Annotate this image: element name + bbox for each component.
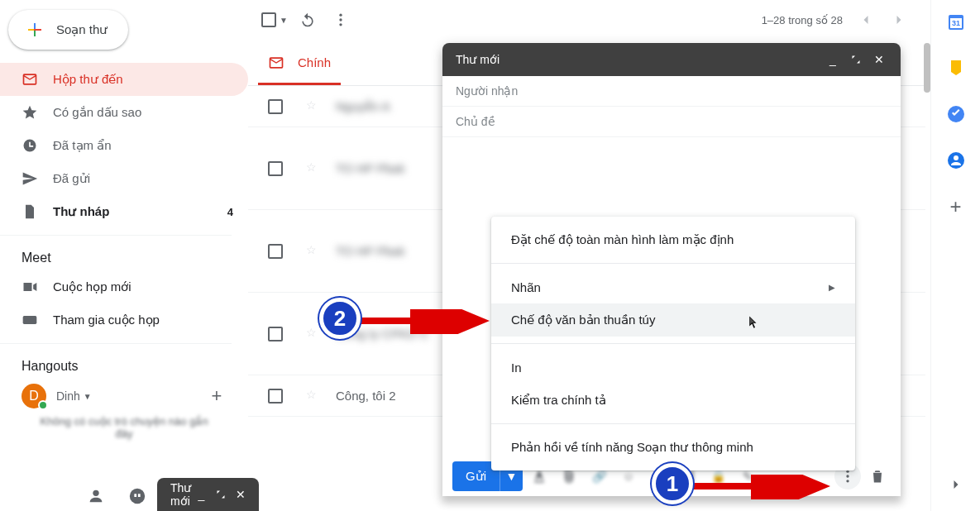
- compose-more-menu: Đặt chế độ toàn màn hình làm mặc định Nh…: [491, 217, 855, 470]
- menu-fullscreen-default[interactable]: Đặt chế độ toàn màn hình làm mặc định: [491, 223, 855, 256]
- nav-drafts[interactable]: Thư nháp 4: [0, 195, 248, 228]
- addons-button[interactable]: +: [944, 195, 968, 218]
- svg-point-9: [846, 480, 849, 482]
- nav-count: 4: [227, 206, 233, 218]
- menu-label[interactable]: Nhãn▶: [491, 270, 855, 303]
- cursor-icon: [745, 313, 760, 332]
- nav-label: Hộp thư đến: [53, 72, 233, 87]
- hangouts-user[interactable]: D Dinh ▼ +: [22, 384, 227, 408]
- compose-title: Thư mới: [456, 53, 821, 66]
- svg-point-15: [954, 155, 958, 160]
- star-icon[interactable]: ☆: [306, 326, 323, 342]
- row-checkbox[interactable]: [268, 99, 283, 114]
- svg-point-8: [846, 475, 849, 477]
- tray-title: Thư mới: [170, 481, 191, 508]
- row-checkbox[interactable]: [268, 161, 283, 176]
- compose-button[interactable]: Soạn thư: [8, 10, 128, 50]
- contacts-icon[interactable]: [944, 149, 968, 172]
- close-icon[interactable]: ✕: [868, 48, 891, 71]
- divider: [0, 235, 232, 236]
- row-checkbox[interactable]: [268, 327, 283, 341]
- keep-icon[interactable]: [944, 56, 968, 79]
- star-icon[interactable]: ☆: [306, 98, 323, 115]
- select-all-checkbox[interactable]: ▼: [258, 3, 291, 36]
- arrow-2: [361, 309, 493, 334]
- subject-field[interactable]: Chủ đề: [442, 107, 901, 137]
- menu-divider: [491, 343, 855, 344]
- divider: [0, 343, 232, 344]
- new-chat-button[interactable]: +: [207, 386, 227, 406]
- tasks-icon[interactable]: [944, 103, 968, 126]
- menu-divider: [491, 423, 855, 424]
- menu-smartcompose-feedback[interactable]: Phản hồi về tính năng Soạn thư thông min…: [491, 431, 855, 464]
- nav-label: Đã gửi: [53, 171, 233, 186]
- keyboard-icon: [22, 312, 38, 328]
- minimize-icon[interactable]: _: [191, 485, 211, 504]
- row-checkbox[interactable]: [268, 389, 283, 404]
- discard-button[interactable]: [864, 463, 891, 490]
- arrow-1: [693, 475, 834, 499]
- minimized-compose[interactable]: Thư mới _ ✕: [157, 478, 259, 511]
- star-icon[interactable]: ☆: [306, 160, 323, 177]
- sidebar: Soạn thư Hộp thư đến Có gắn dấu sao Đã t…: [0, 0, 248, 511]
- more-button[interactable]: [324, 3, 357, 36]
- meet-join[interactable]: Tham gia cuộc họp: [0, 303, 248, 337]
- expand-icon[interactable]: [211, 485, 231, 504]
- avatar: D: [22, 384, 46, 408]
- calendar-icon[interactable]: 31: [944, 10, 968, 33]
- file-icon: [22, 203, 38, 220]
- scrollbar-thumb[interactable]: [924, 43, 930, 93]
- video-icon: [22, 279, 38, 295]
- collapse-panel-button[interactable]: [944, 473, 968, 496]
- plus-icon: [25, 20, 45, 40]
- svg-rect-1: [23, 316, 37, 324]
- svg-point-7: [846, 470, 849, 473]
- pager-text: 1–28 trong số 28: [762, 14, 849, 26]
- nav-label: Thư nháp: [53, 204, 227, 219]
- clock-icon: [22, 137, 38, 154]
- nav-list: Hộp thư đến Có gắn dấu sao Đã tạm ẩn Đã …: [0, 63, 248, 228]
- caret-down-icon[interactable]: ▼: [84, 392, 92, 401]
- next-page-button[interactable]: [882, 3, 915, 36]
- inbox-icon: [268, 55, 284, 71]
- svg-point-6: [339, 23, 342, 26]
- compose-label: Soạn thư: [56, 22, 108, 37]
- recipients-field[interactable]: Người nhận: [442, 76, 901, 107]
- compose-header[interactable]: Thư mới _ ✕: [442, 43, 901, 76]
- star-icon[interactable]: ☆: [306, 243, 323, 260]
- svg-text:31: 31: [951, 19, 959, 27]
- person-icon[interactable]: [83, 483, 109, 509]
- prev-page-button[interactable]: [849, 3, 882, 36]
- minimize-icon[interactable]: _: [821, 48, 844, 71]
- send-icon: [22, 170, 38, 187]
- meet-title: Meet: [0, 242, 248, 270]
- chevron-down-icon[interactable]: ▼: [280, 16, 288, 25]
- tab-primary[interactable]: Chính: [258, 40, 341, 85]
- refresh-button[interactable]: [291, 3, 324, 36]
- hangouts-title: Hangouts: [0, 351, 248, 379]
- menu-print[interactable]: In: [491, 351, 855, 384]
- menu-spellcheck[interactable]: Kiểm tra chính tả: [491, 384, 855, 417]
- row-checkbox[interactable]: [268, 244, 283, 259]
- meet-new[interactable]: Cuộc họp mới: [0, 270, 248, 303]
- hangouts-icon[interactable]: [124, 483, 151, 509]
- menu-plaintext[interactable]: Chế độ văn bản thuần túy: [491, 303, 855, 337]
- sender: Công, tôi 2: [336, 389, 396, 403]
- svg-point-3: [130, 489, 145, 504]
- user-name: Dinh: [56, 389, 80, 403]
- nav-sent[interactable]: Đã gửi: [0, 162, 248, 195]
- callout-1: 1: [652, 463, 693, 504]
- nav-inbox[interactable]: Hộp thư đến: [0, 63, 248, 96]
- callout-2: 2: [319, 298, 361, 339]
- menu-divider: [491, 263, 855, 264]
- sender: Nguyễn A: [336, 99, 390, 114]
- star-icon: [22, 104, 38, 121]
- star-icon[interactable]: ☆: [306, 388, 323, 404]
- fullscreen-icon[interactable]: [844, 48, 868, 71]
- nav-starred[interactable]: Có gắn dấu sao: [0, 96, 248, 129]
- toolbar: ▼ 1–28 trong số 28: [248, 0, 925, 40]
- nav-snoozed[interactable]: Đã tạm ẩn: [0, 129, 248, 162]
- svg-point-5: [339, 18, 342, 21]
- meet-label: Tham gia cuộc họp: [53, 313, 160, 327]
- svg-point-2: [93, 490, 98, 496]
